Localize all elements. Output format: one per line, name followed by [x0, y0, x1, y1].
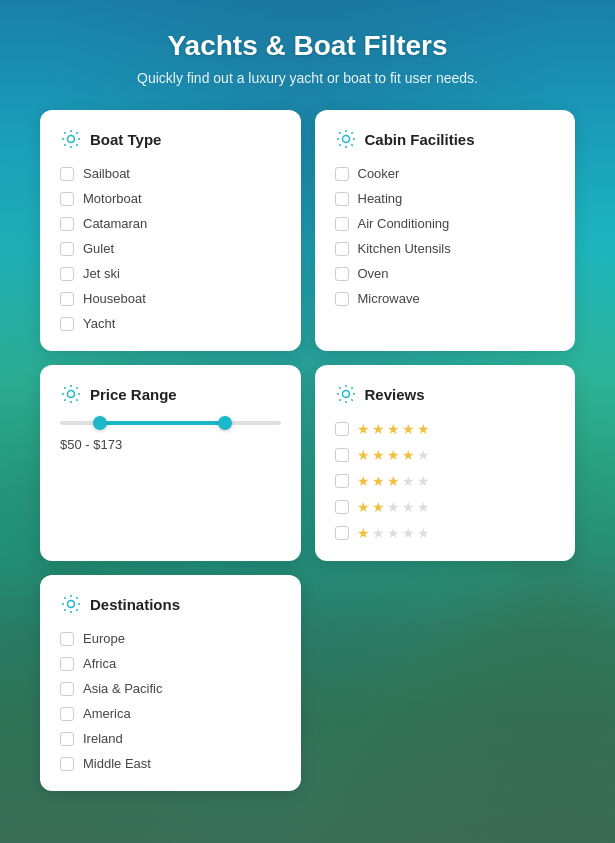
page-subtitle: Quickly find out a luxury yacht or boat … [40, 70, 575, 86]
review-row[interactable]: ★★★★★ [335, 473, 556, 489]
cabin-facility-label: Air Conditioning [358, 216, 450, 231]
destination-checkbox[interactable] [60, 732, 74, 746]
destination-checkbox[interactable] [60, 657, 74, 671]
boat-type-list: SailboatMotorboatCatamaranGuletJet skiHo… [60, 166, 281, 331]
price-range-title: Price Range [90, 386, 177, 403]
destinations-header: Destinations [60, 593, 281, 615]
destination-item[interactable]: America [60, 706, 281, 721]
destination-checkbox[interactable] [60, 757, 74, 771]
boat-type-checkbox[interactable] [60, 317, 74, 331]
destination-item[interactable]: Africa [60, 656, 281, 671]
star-empty: ★ [417, 473, 430, 489]
star-filled: ★ [372, 473, 385, 489]
boat-type-checkbox[interactable] [60, 167, 74, 181]
destination-checkbox[interactable] [60, 707, 74, 721]
star-empty: ★ [417, 499, 430, 515]
destination-label: Middle East [83, 756, 151, 771]
star-empty: ★ [402, 499, 415, 515]
cabin-facility-checkbox[interactable] [335, 267, 349, 281]
cabin-facility-item[interactable]: Oven [335, 266, 556, 281]
star-group: ★★★★★ [357, 525, 430, 541]
review-checkbox[interactable] [335, 448, 349, 462]
review-row[interactable]: ★★★★★ [335, 499, 556, 515]
destination-checkbox[interactable] [60, 632, 74, 646]
cabin-facility-label: Microwave [358, 291, 420, 306]
cabin-facilities-card: Cabin Facilities CookerHeatingAir Condit… [315, 110, 576, 351]
cabin-facilities-title: Cabin Facilities [365, 131, 475, 148]
boat-type-header: Boat Type [60, 128, 281, 150]
destination-checkbox[interactable] [60, 682, 74, 696]
star-empty: ★ [387, 499, 400, 515]
cabin-facility-item[interactable]: Air Conditioning [335, 216, 556, 231]
boat-type-checkbox[interactable] [60, 192, 74, 206]
review-row[interactable]: ★★★★★ [335, 525, 556, 541]
destination-item[interactable]: Europe [60, 631, 281, 646]
review-checkbox[interactable] [335, 526, 349, 540]
svg-point-2 [68, 391, 75, 398]
boat-type-checkbox[interactable] [60, 242, 74, 256]
review-row[interactable]: ★★★★★ [335, 447, 556, 463]
destination-label: Africa [83, 656, 116, 671]
destination-item[interactable]: Asia & Pacific [60, 681, 281, 696]
price-slider-track[interactable] [60, 421, 281, 425]
review-row[interactable]: ★★★★★ [335, 421, 556, 437]
cabin-facility-checkbox[interactable] [335, 292, 349, 306]
destination-label: Asia & Pacific [83, 681, 162, 696]
price-value: $50 - $173 [60, 437, 281, 452]
boat-type-item[interactable]: Houseboat [60, 291, 281, 306]
boat-type-label: Yacht [83, 316, 115, 331]
cabin-facility-item[interactable]: Kitchen Utensils [335, 241, 556, 256]
review-checkbox[interactable] [335, 474, 349, 488]
star-filled: ★ [357, 525, 370, 541]
boat-type-checkbox[interactable] [60, 217, 74, 231]
svg-point-1 [342, 136, 349, 143]
review-checkbox[interactable] [335, 422, 349, 436]
boat-type-item[interactable]: Gulet [60, 241, 281, 256]
reviews-icon [335, 383, 357, 405]
boat-type-label: Jet ski [83, 266, 120, 281]
star-filled: ★ [387, 447, 400, 463]
destination-label: Ireland [83, 731, 123, 746]
destinations-icon [60, 593, 82, 615]
destination-label: Europe [83, 631, 125, 646]
cabin-facility-label: Cooker [358, 166, 400, 181]
cabin-facility-checkbox[interactable] [335, 192, 349, 206]
price-slider-thumb-max[interactable] [218, 416, 232, 430]
cabin-facility-checkbox[interactable] [335, 217, 349, 231]
star-filled: ★ [402, 447, 415, 463]
star-empty: ★ [417, 447, 430, 463]
price-range-card: Price Range $50 - $173 [40, 365, 301, 561]
boat-type-item[interactable]: Catamaran [60, 216, 281, 231]
star-group: ★★★★★ [357, 499, 430, 515]
reviews-list: ★★★★★★★★★★★★★★★★★★★★★★★★★ [335, 421, 556, 541]
boat-type-checkbox[interactable] [60, 267, 74, 281]
star-filled: ★ [387, 473, 400, 489]
destination-item[interactable]: Ireland [60, 731, 281, 746]
star-filled: ★ [357, 473, 370, 489]
boat-type-label: Motorboat [83, 191, 142, 206]
star-filled: ★ [372, 499, 385, 515]
cabin-facilities-header: Cabin Facilities [335, 128, 556, 150]
cabin-facility-checkbox[interactable] [335, 167, 349, 181]
boat-type-title: Boat Type [90, 131, 161, 148]
review-checkbox[interactable] [335, 500, 349, 514]
boat-type-item[interactable]: Motorboat [60, 191, 281, 206]
boat-type-item[interactable]: Sailboat [60, 166, 281, 181]
boat-type-item[interactable]: Jet ski [60, 266, 281, 281]
page-title: Yachts & Boat Filters [40, 30, 575, 62]
cabin-facility-item[interactable]: Cooker [335, 166, 556, 181]
boat-type-card: Boat Type SailboatMotorboatCatamaranGule… [40, 110, 301, 351]
star-filled: ★ [402, 421, 415, 437]
cabin-facility-item[interactable]: Heating [335, 191, 556, 206]
star-filled: ★ [372, 421, 385, 437]
star-empty: ★ [402, 525, 415, 541]
price-slider-thumb-min[interactable] [93, 416, 107, 430]
boat-type-item[interactable]: Yacht [60, 316, 281, 331]
cabin-facility-label: Kitchen Utensils [358, 241, 451, 256]
cabin-facility-checkbox[interactable] [335, 242, 349, 256]
cabin-facilities-list: CookerHeatingAir ConditioningKitchen Ute… [335, 166, 556, 306]
star-filled: ★ [357, 421, 370, 437]
boat-type-checkbox[interactable] [60, 292, 74, 306]
destination-item[interactable]: Middle East [60, 756, 281, 771]
cabin-facility-item[interactable]: Microwave [335, 291, 556, 306]
